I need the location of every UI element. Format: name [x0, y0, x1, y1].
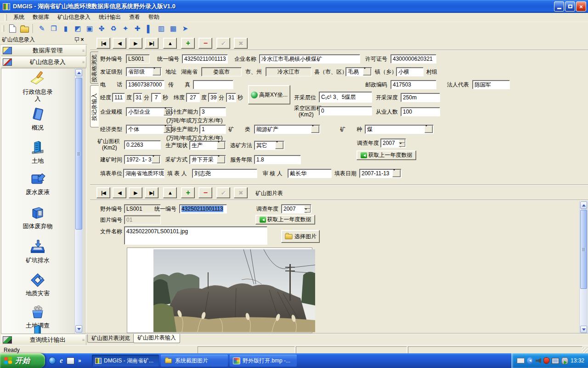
prefecture-input[interactable]: 冷水江市: [266, 67, 311, 76]
chevron-down-icon[interactable]: [363, 68, 371, 75]
nav-commit-button[interactable]: ✔: [216, 38, 230, 49]
minimize-button[interactable]: [554, 1, 564, 12]
longitude-min-input[interactable]: 31: [133, 93, 142, 102]
volume-icon[interactable]: [536, 358, 541, 363]
photo-nav-first-button[interactable]: |◀: [96, 187, 110, 198]
menu-stat-output[interactable]: 统计输出: [95, 12, 125, 22]
latitude-sec-input[interactable]: 31: [226, 93, 236, 102]
photo-nav-last-button[interactable]: ▶|: [145, 187, 158, 198]
photo-nav-cancel-button[interactable]: ✖: [234, 187, 248, 198]
latitude-min-input[interactable]: 39: [208, 93, 217, 102]
form-unit-input[interactable]: 湖南省地质环境: [123, 169, 164, 178]
scroll-down-icon[interactable]: [580, 326, 587, 333]
sidebar-item-partial[interactable]: [11, 322, 65, 334]
photo-no-input[interactable]: 01: [124, 215, 161, 224]
taskbar-task-folder[interactable]: 系统截图图片: [161, 355, 228, 367]
chevron-down-icon[interactable]: [424, 126, 433, 133]
menu-help[interactable]: 帮助: [144, 12, 164, 22]
chevron-down-icon[interactable]: [275, 142, 283, 149]
chevron-down-icon[interactable]: [153, 68, 161, 75]
chevron-down-icon[interactable]: [311, 126, 319, 133]
design-capacity-input[interactable]: 3: [199, 107, 226, 116]
nav-add-button[interactable]: +: [181, 38, 195, 49]
column-icon[interactable]: ▌: [143, 23, 155, 34]
pin-icon[interactable]: [74, 37, 79, 42]
sidebar-group-database[interactable]: 数据库管理 ≡: [1, 45, 86, 56]
phone-input[interactable]: 13607387000: [126, 80, 164, 89]
workers-input[interactable]: 100: [401, 107, 440, 116]
start-button[interactable]: 开始: [0, 353, 45, 368]
longitude-deg-input[interactable]: 111: [112, 93, 125, 102]
survey-year-spinner[interactable]: 2007: [380, 138, 406, 148]
mineral-class-combo[interactable]: 能源矿产: [254, 125, 320, 134]
new-file-icon[interactable]: [6, 23, 18, 34]
taskbar-task-dmgis[interactable]: DMGIS - 湖南省矿...: [92, 355, 159, 367]
exit-icon[interactable]: ➤: [179, 23, 191, 34]
nav-cancel-button[interactable]: ✖: [234, 38, 248, 49]
admin-entry-icon[interactable]: ✎: [36, 23, 48, 34]
tab-table-browse-label[interactable]: 按表格浏览: [90, 54, 98, 83]
sidebar-close-icon[interactable]: ×: [79, 36, 85, 43]
form-person-input[interactable]: 刘志尧: [192, 169, 257, 178]
photo-get-previous-year-button[interactable]: 获取上一年度数据: [255, 215, 315, 224]
field-no-input[interactable]: LS001: [126, 54, 150, 63]
spin-down-icon[interactable]: [399, 143, 405, 147]
keyboard-icon[interactable]: [517, 358, 525, 363]
photo-nav-prev-button[interactable]: ◀: [113, 187, 126, 198]
postcode-input[interactable]: 417503: [390, 80, 436, 89]
sidebar-group-mine-entry[interactable]: 矿山信息录入 ≡: [1, 57, 86, 68]
land-icon[interactable]: ▮: [60, 23, 72, 34]
scroll-up-icon[interactable]: [75, 69, 82, 76]
media-icon[interactable]: [67, 357, 74, 364]
sidebar-group-query-output[interactable]: 查询统计输出 ≡: [1, 334, 86, 345]
form-scrollbar[interactable]: [579, 201, 588, 334]
language-icon[interactable]: [527, 357, 533, 364]
nav-top-button[interactable]: ▲: [163, 38, 177, 49]
beneficiation-combo[interactable]: 其它: [254, 141, 284, 150]
land-survey-icon[interactable]: ✦: [119, 23, 131, 34]
company-input[interactable]: 冷水江市毛易镇小横煤矿: [259, 54, 360, 63]
table-icon[interactable]: ▥: [155, 23, 167, 34]
production-status-combo[interactable]: 生产: [189, 141, 226, 150]
tab-photo-browse[interactable]: 矿山图片表浏览: [87, 334, 134, 343]
globe-icon[interactable]: [49, 357, 56, 364]
get-previous-year-button[interactable]: 获取上一年度数据: [356, 150, 416, 160]
photo-nav-next-button[interactable]: ▶: [129, 187, 142, 198]
chevron-down-icon[interactable]: [152, 156, 160, 163]
gauss-xy-button[interactable]: 高斯XY坐...: [248, 85, 290, 104]
grid-icon[interactable]: ▦: [167, 23, 179, 34]
wastewater-icon[interactable]: ◩: [72, 23, 84, 34]
longitude-sec-input[interactable]: 7: [151, 93, 161, 102]
pit-drainage-icon[interactable]: ✤: [96, 23, 107, 34]
restore-button[interactable]: [565, 1, 575, 12]
sidebar-item-admin-entry[interactable]: 行政信息录入: [11, 70, 65, 102]
ie-icon[interactable]: e: [60, 356, 63, 365]
photo-survey-year-spinner[interactable]: 2007: [281, 204, 311, 213]
sidebar-item-pit-drainage[interactable]: 矿坑排水: [11, 239, 65, 264]
scrollbar-thumb[interactable]: [75, 78, 82, 230]
solid-waste-icon[interactable]: ▣: [84, 23, 96, 34]
nav-last-button[interactable]: ▶|: [145, 38, 158, 49]
resize-grip[interactable]: [582, 347, 588, 353]
sidebar-item-wastewater[interactable]: 废水废液: [11, 171, 65, 196]
chevron-more-icon[interactable]: »: [78, 357, 81, 364]
menu-mine-info-entry[interactable]: 矿山信息录入: [53, 12, 95, 22]
mining-depth-input[interactable]: 250m: [401, 93, 440, 102]
chevron-down-icon[interactable]: [217, 142, 225, 149]
photo-nav-add-button[interactable]: +: [181, 187, 195, 198]
chevron-down-icon[interactable]: [217, 156, 225, 163]
form-date-combo[interactable]: 2007-11-13: [359, 169, 401, 178]
tab-photo-input[interactable]: 矿山图片表输入: [133, 334, 180, 343]
sidebar-item-overview[interactable]: 概况: [11, 106, 65, 131]
file-name-input[interactable]: 4325022007LS00101.jpg: [124, 226, 267, 245]
photo-nav-commit-button[interactable]: ✔: [216, 187, 230, 198]
latitude-deg-input[interactable]: 27: [186, 93, 200, 102]
nav-delete-button[interactable]: −: [198, 38, 212, 49]
county-combo[interactable]: 毛易: [345, 67, 372, 76]
town-input[interactable]: 小横: [396, 67, 424, 76]
fax-input[interactable]: [193, 80, 233, 89]
auditor-input[interactable]: 戴长华: [288, 169, 332, 178]
stats-icon[interactable]: ✚: [131, 23, 143, 34]
service-years-input[interactable]: 1.8: [254, 155, 301, 164]
photo-nav-delete-button[interactable]: −: [198, 187, 212, 198]
